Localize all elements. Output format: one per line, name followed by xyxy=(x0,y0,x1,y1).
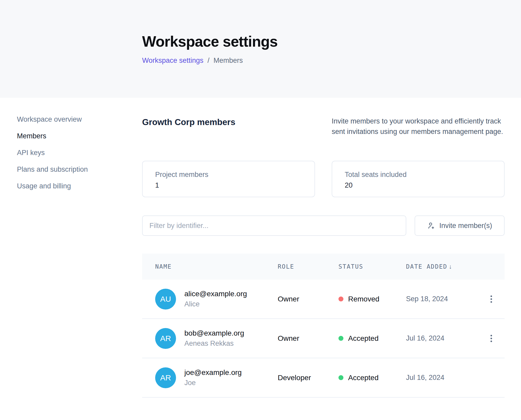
column-header-date-added[interactable]: DATE ADDED↓ xyxy=(406,263,489,270)
status-dot-icon xyxy=(338,336,343,341)
member-name: Aeneas Rekkas xyxy=(184,339,244,348)
member-name: Alice xyxy=(184,300,247,308)
stat-card-total-seats: Total seats included 20 xyxy=(332,161,505,197)
page-header: Workspace settings Workspace settings / … xyxy=(0,0,521,98)
stat-label: Project members xyxy=(155,171,314,179)
member-date-added: Jul 16, 2024 xyxy=(406,374,489,382)
table-row: AR bob@example.org Aeneas Rekkas Owner A… xyxy=(142,319,505,358)
breadcrumb: Workspace settings / Members xyxy=(142,57,521,65)
breadcrumb-separator: / xyxy=(208,57,210,64)
member-status: Accepted xyxy=(338,334,406,343)
member-identity: bob@example.org Aeneas Rekkas xyxy=(184,329,244,348)
member-status: Accepted xyxy=(338,374,406,382)
column-header-status: STATUS xyxy=(338,263,406,270)
members-main-panel: Growth Corp members Invite members to yo… xyxy=(142,116,505,398)
status-label: Accepted xyxy=(348,374,379,382)
filter-toolbar: Invite member(s) xyxy=(142,215,505,236)
member-cell: AU alice@example.org Alice xyxy=(155,289,278,310)
member-role: Developer xyxy=(278,374,338,382)
row-actions xyxy=(489,294,507,304)
settings-sidebar: Workspace overviewMembersAPI keysPlans a… xyxy=(0,116,142,398)
breadcrumb-current-members: Members xyxy=(214,57,243,64)
avatar: AR xyxy=(155,367,176,388)
member-role: Owner xyxy=(278,334,338,343)
status-dot-icon xyxy=(338,297,343,301)
workspace-settings-page: Workspace settings Workspace settings / … xyxy=(0,0,521,420)
sort-descending-icon: ↓ xyxy=(449,263,452,270)
sidebar-item-api-keys[interactable]: API keys xyxy=(17,149,45,156)
member-date-added: Sep 18, 2024 xyxy=(406,295,489,303)
avatar: AU xyxy=(155,289,176,310)
member-identity: joe@example.org Joe xyxy=(184,368,242,387)
table-row: AU alice@example.org Alice Owner Removed… xyxy=(142,280,505,319)
table-body: AU alice@example.org Alice Owner Removed… xyxy=(142,280,505,398)
section-title: Growth Corp members xyxy=(142,117,235,127)
breadcrumb-link-workspace-settings[interactable]: Workspace settings xyxy=(142,57,203,64)
column-header-role: ROLE xyxy=(278,263,338,270)
stat-value: 1 xyxy=(155,181,314,189)
table-header-row: NAME ROLE STATUS DATE ADDED↓ xyxy=(142,254,505,280)
member-name: Joe xyxy=(184,379,242,387)
avatar: AR xyxy=(155,328,176,349)
filter-input[interactable] xyxy=(142,215,406,236)
invite-button-label: Invite member(s) xyxy=(439,222,492,230)
section-description: Invite members to your workspace and eff… xyxy=(332,116,505,137)
stats-row: Project members 1 Total seats included 2… xyxy=(142,161,505,197)
stat-card-project-members: Project members 1 xyxy=(142,161,315,197)
sidebar-item-usage-and-billing[interactable]: Usage and billing xyxy=(17,183,71,190)
member-email: bob@example.org xyxy=(184,329,244,337)
table-row: AR joe@example.org Joe Developer Accepte… xyxy=(142,358,505,398)
status-label: Accepted xyxy=(348,334,379,343)
stat-label: Total seats included xyxy=(345,171,504,179)
sidebar-item-members[interactable]: Members xyxy=(17,133,46,140)
kebab-menu-icon[interactable] xyxy=(489,294,494,304)
sidebar-item-workspace-overview[interactable]: Workspace overview xyxy=(17,116,82,123)
page-title: Workspace settings xyxy=(142,33,521,50)
member-date-added: Jul 16, 2024 xyxy=(406,334,489,342)
member-email: alice@example.org xyxy=(184,290,247,298)
status-label: Removed xyxy=(348,295,379,303)
member-role: Owner xyxy=(278,295,338,303)
member-email: joe@example.org xyxy=(184,368,242,377)
members-table: NAME ROLE STATUS DATE ADDED↓ AU alice@ex… xyxy=(142,254,505,398)
content-area: Workspace overviewMembersAPI keysPlans a… xyxy=(0,98,521,398)
kebab-menu-icon[interactable] xyxy=(489,333,494,344)
member-status: Removed xyxy=(338,295,406,303)
member-cell: AR joe@example.org Joe xyxy=(155,367,278,388)
user-plus-icon xyxy=(427,221,435,230)
sidebar-item-plans-and-subscription[interactable]: Plans and subscription xyxy=(17,166,88,173)
member-cell: AR bob@example.org Aeneas Rekkas xyxy=(155,328,278,349)
member-identity: alice@example.org Alice xyxy=(184,290,247,308)
status-dot-icon xyxy=(338,375,343,380)
column-header-name: NAME xyxy=(155,263,278,270)
row-actions xyxy=(489,333,507,344)
members-section-header: Growth Corp members Invite members to yo… xyxy=(142,116,505,137)
invite-members-button[interactable]: Invite member(s) xyxy=(415,215,505,236)
stat-value: 20 xyxy=(345,181,504,189)
